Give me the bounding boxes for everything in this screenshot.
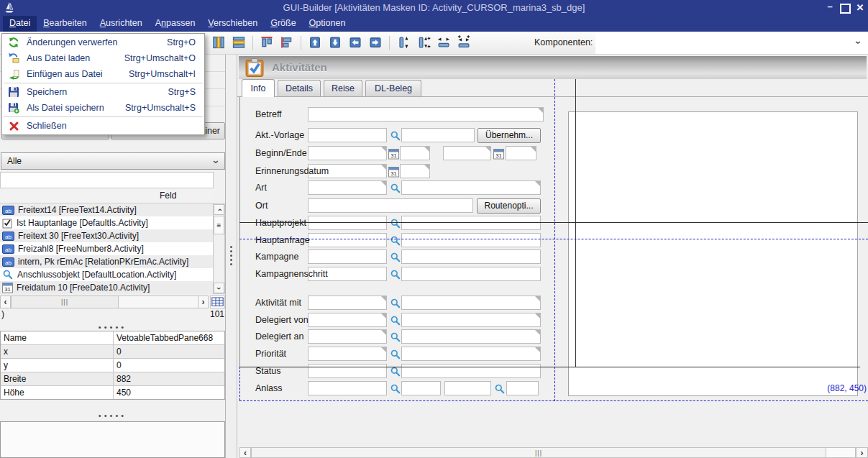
scroll-left-button[interactable]: ‹ (0, 296, 11, 308)
betreff-field[interactable] (308, 107, 544, 122)
menu-item-als-datei-speichern[interactable]: Als Datei speichernStrg+Umschalt+S (2, 100, 204, 116)
scrollbar-thumb[interactable]: ||| (11, 296, 119, 308)
field-list-item[interactable]: Ist Hauptanlage [DefaultIs.Activity] (0, 216, 213, 229)
anlass-field-2[interactable] (506, 381, 539, 395)
komponenten-combobox[interactable]: › (595, 32, 868, 54)
move-bottom-button[interactable] (326, 35, 344, 52)
anlass-key-field-2[interactable] (444, 381, 491, 395)
menu-datei[interactable]: Datei (3, 16, 37, 32)
akt-vorlage-key-field[interactable] (308, 128, 387, 142)
delegiert-an-key-field[interactable] (308, 329, 387, 344)
art-field[interactable] (401, 180, 541, 195)
erinnerungsdatum-time-field[interactable] (400, 164, 430, 178)
menu-item-einfügen-aus-datei[interactable]: Einfügen aus DateiStrg+Umschalt+I (2, 66, 204, 82)
delegiert-an-field[interactable] (401, 329, 541, 344)
anlass-key-field[interactable] (308, 381, 387, 395)
align-rows-button[interactable] (230, 35, 247, 52)
tab-details[interactable]: Details (278, 80, 321, 96)
scroll-up-button[interactable]: › (214, 204, 224, 215)
kampagne-field[interactable] (401, 249, 541, 264)
panel-splitter[interactable] (226, 55, 237, 458)
field-list-item[interactable]: 31Freidatum 10 [FreeDate10.Activity] (0, 281, 213, 294)
move-right-button[interactable] (367, 35, 384, 52)
minimize-button[interactable]: – (824, 1, 836, 12)
scrollbar-thumb[interactable]: ≡ (214, 216, 224, 234)
snap-left-button[interactable] (278, 35, 296, 52)
scrollbar-thumb[interactable]: ||| (251, 447, 826, 458)
routenoptimierung-button[interactable]: Routenopti... (477, 198, 541, 214)
scroll-right-button[interactable]: › (198, 296, 209, 308)
property-value[interactable]: 0 (114, 360, 224, 370)
aktivität-mit-field[interactable] (401, 296, 541, 310)
tab-reise[interactable]: Reise (324, 80, 362, 96)
main-horizontal-scrollbar[interactable]: ‹|||› (239, 447, 868, 458)
splitter-grip[interactable] (230, 246, 232, 265)
menu-verschieben[interactable]: Verschieben (201, 16, 264, 32)
kampagnenschritt-field[interactable] (401, 267, 541, 281)
aktivität-mit-key-field[interactable] (308, 296, 387, 310)
snap-top-button[interactable] (258, 35, 275, 52)
akt-vorlage-field[interactable] (401, 128, 475, 142)
hauptprojekt-field[interactable] (401, 216, 541, 230)
priorität-field[interactable] (401, 347, 541, 361)
field-list-item[interactable]: abintern, Pk rEmAc [RelationPKrEmAc.Acti… (0, 255, 213, 268)
vertical-scrollbar[interactable]: ›≡› (213, 203, 225, 294)
property-value[interactable]: 882 (114, 374, 224, 384)
filter-combobox[interactable]: Alle › (1, 152, 225, 170)
field-list-item[interactable]: abFreizahl8 [FreeNumber8.Activity] (0, 242, 213, 255)
fit-height-button[interactable] (395, 35, 412, 52)
ort-field[interactable] (308, 198, 473, 213)
move-left-button[interactable] (347, 35, 364, 52)
field-filter-input[interactable] (0, 172, 214, 188)
hauptprojekt-key-field[interactable] (308, 216, 387, 230)
status-field[interactable] (401, 364, 541, 378)
status-key-field[interactable] (308, 364, 387, 378)
menu-item-änderungen-verwerfen[interactable]: Änderungen verwerfenStrg+O (2, 35, 204, 50)
hauptanfrage-key-field[interactable] (308, 233, 387, 247)
menu-ausrichten[interactable]: Ausrichten (93, 16, 149, 32)
property-value[interactable]: 0 (114, 347, 224, 357)
tab-info[interactable]: Info (242, 79, 275, 97)
menu-gr-e[interactable]: Größe (264, 16, 302, 32)
horizontal-scrollbar[interactable]: ‹|||› (0, 296, 225, 308)
move-top-button[interactable] (306, 35, 324, 52)
fit-width-button[interactable] (435, 35, 452, 52)
grow-width-button[interactable] (455, 35, 472, 52)
field-list-item[interactable]: Anschlussobjekt [DefaultLocation.Activit… (0, 268, 213, 281)
scroll-down-button[interactable]: › (214, 283, 224, 293)
uebernehmen-button[interactable]: Übernehm... (478, 128, 541, 143)
tab-dl-beleg[interactable]: DL-Beleg (365, 80, 421, 96)
design-canvas-panel[interactable] (568, 111, 858, 396)
hauptanfrage-field[interactable] (401, 233, 541, 247)
delegiert-von-field[interactable] (401, 313, 541, 327)
scrollbar-track[interactable] (826, 447, 856, 458)
beginn-ende-date-field[interactable] (308, 146, 387, 160)
align-columns-button[interactable] (210, 35, 227, 52)
menu-bearbeiten[interactable]: Bearbeiten (37, 16, 93, 32)
menu-item-schließen[interactable]: Schließen (2, 118, 204, 134)
menu-optionen[interactable]: Optionen (303, 16, 352, 32)
list-column-header[interactable]: Feld (0, 188, 214, 203)
field-list-item[interactable]: abFreitext 30 [FreeText30.Activity] (0, 229, 213, 242)
scroll-right-button[interactable]: › (856, 447, 868, 458)
property-value[interactable]: VetoableTabbedPane668 (114, 333, 224, 343)
property-value[interactable]: 450 (114, 388, 224, 398)
kampagne-key-field[interactable] (308, 249, 387, 264)
field-list-item[interactable]: abFreitext14 [FreeText14.Activity] (0, 203, 213, 216)
grow-height-button[interactable] (415, 35, 432, 52)
art-key-field[interactable] (308, 180, 387, 195)
scroll-left-button[interactable]: ‹ (239, 447, 251, 458)
beginn-ende-time-field-2[interactable] (506, 146, 536, 160)
maximize-button[interactable] (840, 4, 851, 14)
beginn-ende-time-field[interactable] (400, 146, 430, 160)
menu-anpassen[interactable]: Anpassen (149, 16, 202, 32)
beginn-ende-date-field-2[interactable] (443, 146, 491, 160)
grid-view-button[interactable] (210, 296, 225, 308)
priorität-key-field[interactable] (308, 347, 387, 361)
menu-item-speichern[interactable]: SpeichernStrg+S (2, 84, 204, 100)
splitter-handle[interactable]: ••••• (0, 411, 225, 420)
menu-item-aus-datei-laden[interactable]: Aus Datei ladenStrg+Umschalt+O (2, 50, 204, 66)
close-button[interactable]: ✕ (854, 2, 866, 13)
delegiert-von-key-field[interactable] (308, 313, 387, 327)
anlass-field[interactable] (401, 381, 441, 395)
